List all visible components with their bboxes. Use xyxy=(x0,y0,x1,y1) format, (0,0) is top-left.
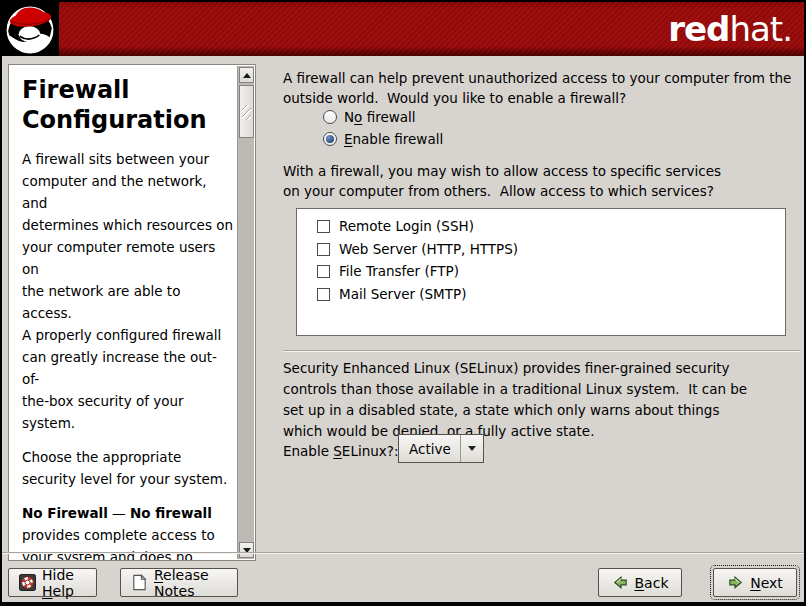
chevron-down-icon xyxy=(468,446,476,451)
mnemonic: H xyxy=(42,583,53,599)
selinux-description-text: Security Enhanced Linux (SELinux) provid… xyxy=(283,358,803,442)
scrollbar-grip-icon xyxy=(242,105,251,120)
mnemonic: B xyxy=(635,575,645,591)
wordmark-period: . xyxy=(782,9,792,49)
radio-row-enable-firewall[interactable]: Enable firewall xyxy=(323,130,443,148)
lifebuoy-icon xyxy=(19,574,36,591)
redhat-wordmark: redhat. xyxy=(668,12,792,46)
selinux-dropdown[interactable]: Active xyxy=(398,434,484,463)
label-part: firewall xyxy=(362,109,415,125)
label-part: Hide xyxy=(42,567,74,583)
label-part: ELinux?: xyxy=(342,443,399,459)
help-scrollbar[interactable] xyxy=(237,66,254,559)
service-row-http[interactable]: Web Server (HTTP, HTTPS) xyxy=(317,241,518,257)
service-row-ssh[interactable]: Remote Login (SSH) xyxy=(317,218,474,234)
main-area: Firewall Configuration A firewall sits b… xyxy=(2,56,804,602)
hide-help-label: Hide Help xyxy=(42,567,86,599)
service-label-ssh[interactable]: Remote Login (SSH) xyxy=(339,218,474,234)
help-paragraph-3-rest: provides complete access to your system … xyxy=(22,527,233,561)
radio-selected-dot xyxy=(326,135,334,143)
mnemonic: S xyxy=(333,443,342,459)
installer-window: redhat. Firewall Configuration A firewal… xyxy=(0,0,806,606)
service-label-http[interactable]: Web Server (HTTP, HTTPS) xyxy=(339,241,518,257)
scroll-up-button[interactable] xyxy=(239,67,254,83)
help-bold-no-firewall-2: No firewall xyxy=(130,505,212,521)
mnemonic: R xyxy=(154,567,163,583)
help-paragraph-1: A firewall sits between your computer an… xyxy=(22,148,234,434)
label-part: ext xyxy=(761,575,783,591)
label-part: elease Notes xyxy=(154,567,209,599)
triangle-up-icon xyxy=(243,73,251,78)
green-right-arrow-icon xyxy=(727,574,744,591)
back-button[interactable]: Back xyxy=(598,568,682,597)
back-label: Back xyxy=(635,575,669,591)
hide-help-button[interactable]: Hide Help xyxy=(8,568,97,597)
radio-enable-firewall[interactable] xyxy=(323,132,337,146)
services-intro-text: With a firewall, you may wish to allow a… xyxy=(283,161,803,201)
label-part: elp xyxy=(53,583,74,599)
selinux-row: Enable SELinux?: xyxy=(283,441,398,461)
label-part: Enable xyxy=(283,443,333,459)
scroll-down-button[interactable] xyxy=(239,542,254,558)
selinux-label: Enable SELinux?: xyxy=(283,443,398,459)
help-text: Firewall Configuration A firewall sits b… xyxy=(9,65,238,561)
radio-no-firewall-label[interactable]: No firewall xyxy=(344,109,416,125)
label-part: nable firewall xyxy=(353,131,444,147)
selinux-dropdown-value: Active xyxy=(399,441,460,457)
wordmark-red: red xyxy=(668,9,729,49)
green-left-arrow-icon xyxy=(612,574,629,591)
footer-separator xyxy=(2,552,804,554)
mnemonic: E xyxy=(344,131,353,147)
service-label-smtp[interactable]: Mail Server (SMTP) xyxy=(339,286,466,302)
service-label-ftp[interactable]: File Transfer (FTP) xyxy=(339,263,459,279)
radio-enable-firewall-label[interactable]: Enable firewall xyxy=(344,131,443,147)
next-button[interactable]: Next xyxy=(713,568,797,597)
next-label: Next xyxy=(750,575,783,591)
checkbox-http[interactable] xyxy=(317,243,330,256)
help-dash: — xyxy=(108,505,130,521)
scrollbar-thumb[interactable] xyxy=(239,85,254,138)
help-paragraph-2: Choose the appropriate security level fo… xyxy=(22,446,234,490)
label-part: N xyxy=(344,109,354,125)
service-row-smtp[interactable]: Mail Server (SMTP) xyxy=(317,286,466,302)
document-icon xyxy=(131,574,148,591)
release-notes-button[interactable]: Release Notes xyxy=(120,568,238,597)
checkbox-ftp[interactable] xyxy=(317,265,330,278)
radio-no-firewall[interactable] xyxy=(323,110,337,124)
release-notes-label: Release Notes xyxy=(154,567,227,599)
selinux-separator xyxy=(283,350,800,352)
wordmark-hat: hat xyxy=(729,9,782,49)
checkbox-smtp[interactable] xyxy=(317,288,330,301)
radio-row-no-firewall[interactable]: No firewall xyxy=(323,108,416,126)
services-list-box: Remote Login (SSH) Web Server (HTTP, HTT… xyxy=(296,208,786,336)
dropdown-arrow-zone[interactable] xyxy=(460,435,483,462)
mnemonic: N xyxy=(750,575,760,591)
redhat-shadowman-logo-icon xyxy=(4,4,56,56)
service-row-ftp[interactable]: File Transfer (FTP) xyxy=(317,263,459,279)
help-title: Firewall Configuration xyxy=(22,75,234,135)
header-banner: redhat. xyxy=(2,2,804,56)
firewall-intro-text: A firewall can help prevent unauthorized… xyxy=(283,68,803,108)
help-bold-no-firewall: No Firewall xyxy=(22,505,108,521)
help-panel: Firewall Configuration A firewall sits b… xyxy=(8,64,256,561)
checkbox-ssh[interactable] xyxy=(317,220,330,233)
label-part: ack xyxy=(644,575,668,591)
